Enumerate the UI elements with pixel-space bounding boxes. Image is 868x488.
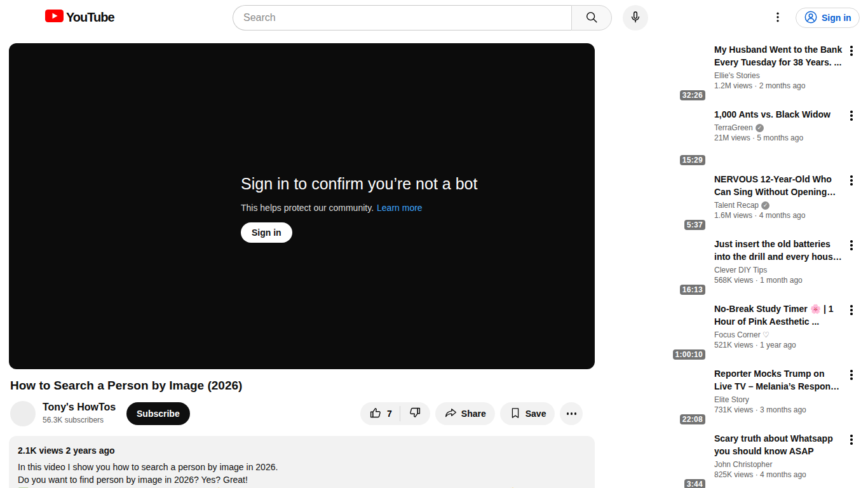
- settings-kebab-button[interactable]: [770, 10, 785, 25]
- description-box[interactable]: 2.1K views 2 years ago In this video I s…: [9, 436, 595, 488]
- ellipsis-icon: [567, 412, 577, 415]
- youtube-logo-text: YouTube: [66, 10, 114, 25]
- youtube-play-icon: [45, 10, 64, 25]
- related-video-kebab-button[interactable]: [845, 239, 858, 252]
- related-video-item[interactable]: 3:44 Scary truth about Whatsapp you shou…: [601, 432, 862, 488]
- verified-badge-icon: ✓: [761, 201, 770, 210]
- related-video-title[interactable]: Scary truth about Whatsapp you should kn…: [714, 432, 844, 458]
- video-text-block: Reporter Mocks Trump on Live TV – Melani…: [714, 367, 844, 414]
- subscribe-button[interactable]: Subscribe: [126, 402, 190, 425]
- channel-name[interactable]: Tony's HowTos: [43, 402, 116, 413]
- video-thumbnail[interactable]: 16:13: [601, 238, 708, 297]
- kebab-icon: [771, 11, 784, 25]
- microphone-icon: [628, 10, 642, 26]
- bookmark-icon: [509, 407, 522, 421]
- related-video-meta: 568K views · 1 month ago: [714, 276, 844, 285]
- related-video-kebab-button[interactable]: [845, 369, 858, 381]
- search-input[interactable]: [233, 5, 571, 30]
- video-thumbnail[interactable]: 1:00:10: [601, 302, 708, 362]
- duration-badge: 15:29: [680, 155, 705, 165]
- save-button[interactable]: Save: [500, 402, 555, 425]
- related-video-kebab-button[interactable]: [845, 433, 858, 446]
- related-channel-name[interactable]: TerraGreen: [714, 123, 753, 132]
- player-bot-check-message: Sign in to confirm you’re not a bot This…: [241, 175, 477, 243]
- learn-more-link[interactable]: Learn more: [377, 203, 423, 213]
- video-text-block: My Husband Went to the Bank Every Tuesda…: [714, 43, 844, 90]
- related-video-kebab-button[interactable]: [845, 304, 858, 316]
- video-thumbnail[interactable]: 5:37: [601, 173, 708, 233]
- related-video-item[interactable]: 1:00:10 No-Break Study Timer 🌸 | 1 Hour …: [601, 302, 862, 362]
- person-circle-icon: [804, 10, 818, 26]
- thumbs-up-icon: [369, 406, 383, 421]
- video-thumbnail[interactable]: 32:26: [601, 43, 708, 103]
- description-line-2: Do you want to find person by image in 2…: [18, 473, 586, 486]
- share-button[interactable]: Share: [435, 402, 495, 425]
- search-icon: [585, 10, 599, 26]
- related-video-kebab-button[interactable]: [845, 109, 858, 122]
- related-channel-name[interactable]: Clever DIY Tips: [714, 266, 767, 274]
- related-video-title[interactable]: 1,000 Ants vs. Black Widow: [714, 108, 844, 121]
- related-video-meta: 21M views · 5 months ago: [714, 133, 844, 142]
- related-video-kebab-button[interactable]: [845, 44, 858, 57]
- related-video-title[interactable]: Just insert the old batteries into the d…: [714, 238, 844, 263]
- related-video-item[interactable]: 16:13 Just insert the old batteries into…: [601, 238, 862, 297]
- related-video-meta: 1.2M views · 2 months ago: [714, 81, 844, 90]
- voice-search-button[interactable]: [623, 5, 648, 30]
- player-message-subtitle: This helps protect our community.: [241, 203, 374, 213]
- subscriber-count: 56.3K subscribers: [43, 416, 104, 424]
- verified-badge-icon: ✓: [756, 124, 764, 132]
- related-video-meta: 731K views · 3 months ago: [714, 405, 844, 414]
- like-button[interactable]: 7: [360, 402, 400, 425]
- views-and-date: 2.1K views 2 years ago: [18, 444, 586, 457]
- related-video-title[interactable]: My Husband Went to the Bank Every Tuesda…: [714, 43, 844, 69]
- related-video-meta: 521K views · 1 year ago: [714, 341, 844, 349]
- duration-badge: 1:00:10: [673, 349, 705, 360]
- video-text-block: Just insert the old batteries into the d…: [714, 238, 844, 285]
- video-player[interactable]: Sign in to confirm you’re not a bot This…: [9, 43, 595, 369]
- related-video-item[interactable]: 5:37 NERVOUS 12-Year-Old Who Can Sing Wi…: [601, 173, 862, 233]
- video-thumbnail[interactable]: 3:44: [601, 432, 708, 488]
- related-channel-name[interactable]: John Christopher: [714, 460, 772, 469]
- video-text-block: No-Break Study Timer 🌸 | 1 Hour of Pink …: [714, 302, 844, 349]
- dislike-button[interactable]: [400, 402, 430, 425]
- related-video-meta: 825K views · 4 months ago: [714, 470, 844, 479]
- related-channel-name[interactable]: Ellie's Stories: [714, 71, 760, 80]
- player-signin-button[interactable]: Sign in: [241, 222, 292, 243]
- related-channel-name[interactable]: Focus Corner ♡: [714, 330, 770, 339]
- menu-button[interactable]: [10, 10, 25, 25]
- related-video-title[interactable]: Reporter Mocks Trump on Live TV – Melani…: [714, 367, 844, 393]
- related-video-item[interactable]: 32:26 My Husband Went to the Bank Every …: [601, 43, 862, 103]
- duration-badge: 32:26: [680, 90, 705, 100]
- player-message-title: Sign in to confirm you’re not a bot: [241, 175, 477, 193]
- sidebar-video-list: 32:26 My Husband Went to the Bank Every …: [601, 43, 862, 488]
- header-signin-label: Sign in: [822, 13, 851, 23]
- related-video-title[interactable]: No-Break Study Timer 🌸 | 1 Hour of Pink …: [714, 302, 844, 328]
- related-video-meta: 1.6M views · 4 months ago: [714, 211, 844, 220]
- duration-badge: 3:44: [684, 479, 705, 488]
- video-text-block: NERVOUS 12-Year-Old Who Can Sing Without…: [714, 173, 844, 220]
- search-button[interactable]: [571, 5, 612, 30]
- more-actions-button[interactable]: [560, 402, 583, 425]
- channel-avatar[interactable]: [10, 401, 36, 426]
- duration-badge: 16:13: [680, 285, 705, 295]
- video-thumbnail[interactable]: 15:29: [601, 108, 708, 168]
- like-dislike-bar: 7: [360, 402, 430, 425]
- related-channel-name[interactable]: Elite Story: [714, 395, 749, 404]
- related-video-title[interactable]: NERVOUS 12-Year-Old Who Can Sing Without…: [714, 173, 844, 198]
- video-thumbnail[interactable]: 22:08: [601, 367, 708, 427]
- related-video-item[interactable]: 15:29 1,000 Ants vs. Black Widow TerraGr…: [601, 108, 862, 168]
- video-text-block: 1,000 Ants vs. Black Widow TerraGreen ✓ …: [714, 108, 844, 142]
- like-count: 7: [387, 409, 392, 419]
- video-text-block: Scary truth about Whatsapp you should kn…: [714, 432, 844, 479]
- youtube-logo[interactable]: YouTube: [45, 10, 114, 25]
- save-label: Save: [526, 409, 546, 419]
- video-title: How to Search a Person by Image (2026): [10, 379, 582, 393]
- related-channel-name[interactable]: Talent Recap: [714, 201, 759, 210]
- share-icon: [444, 406, 458, 421]
- header-signin-button[interactable]: Sign in: [796, 8, 860, 28]
- thumbs-down-icon: [408, 406, 421, 421]
- related-video-item[interactable]: 22:08 Reporter Mocks Trump on Live TV – …: [601, 367, 862, 427]
- duration-badge: 22:08: [680, 414, 705, 424]
- search-bar: [233, 5, 612, 30]
- related-video-kebab-button[interactable]: [845, 174, 858, 187]
